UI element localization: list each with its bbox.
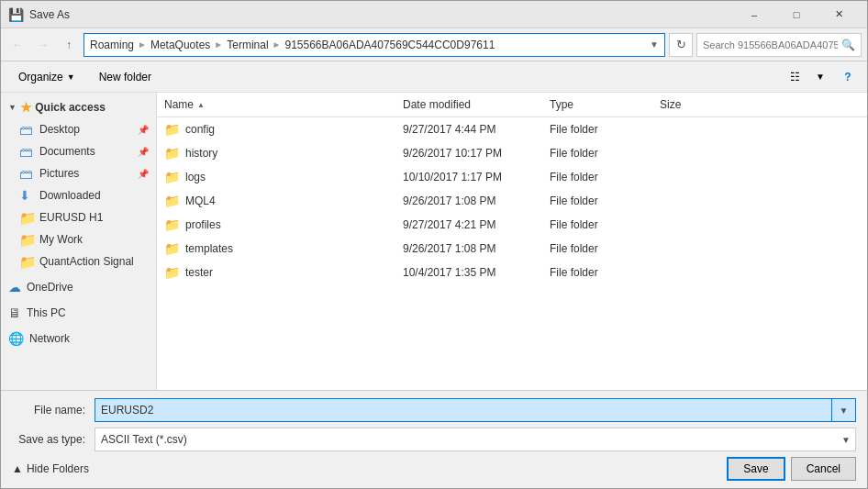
path-segment-roaming[interactable]: Roaming	[90, 39, 134, 51]
path-segment-hash[interactable]: 915566BA06ADA407569C544CC0D97611	[284, 39, 495, 51]
table-row[interactable]: 📁 profiles 9/27/2017 4:21 PM File folder	[157, 213, 867, 237]
sidebar-item-eurusd[interactable]: 📁 EURUSD H1	[1, 206, 156, 228]
toolbar: Organize ▼ New folder ☷ ▼ ?	[1, 61, 867, 93]
saveastype-select[interactable]: ASCII Text (*.csv)	[95, 428, 856, 451]
quick-access-section: ▼ ★ Quick access 🗃 Desktop 📌 🗃 Documents…	[1, 96, 156, 272]
path-segment-terminal[interactable]: Terminal	[227, 39, 268, 51]
folder-icon: 📁	[164, 265, 180, 280]
column-header-date[interactable]: Date modified	[395, 96, 542, 113]
file-name-text: profiles	[185, 218, 221, 231]
file-name-cell: 📁 MQL4	[157, 194, 395, 208]
column-header-type[interactable]: Type	[542, 96, 652, 113]
sidebar-item-network-label: Network	[29, 332, 70, 345]
pictures-folder-icon: 🗃	[19, 166, 34, 181]
sidebar-item-desktop-label: Desktop	[39, 123, 80, 136]
quick-access-chevron-icon: ▼	[8, 103, 17, 112]
minimize-button[interactable]: –	[733, 1, 775, 28]
file-date-cell: 9/27/2017 4:44 PM	[395, 123, 542, 136]
quick-access-header[interactable]: ▼ ★ Quick access	[1, 96, 156, 118]
sort-arrow-name: ▲	[197, 101, 205, 109]
column-type-label: Type	[550, 98, 573, 111]
up-button[interactable]: ↑	[58, 34, 80, 56]
new-folder-button[interactable]: New folder	[89, 65, 161, 89]
folder-icon: 📁	[164, 217, 180, 232]
table-row[interactable]: 📁 templates 9/26/2017 1:08 PM File folde…	[157, 237, 867, 261]
file-list-header: Name ▲ Date modified Type Size	[157, 93, 867, 117]
sidebar-item-desktop[interactable]: 🗃 Desktop 📌	[1, 118, 156, 140]
folder-icon: 📁	[164, 122, 180, 137]
eurusd-folder-icon: 📁	[19, 210, 34, 225]
column-header-size[interactable]: Size	[652, 96, 726, 113]
table-row[interactable]: 📁 MQL4 9/26/2017 1:08 PM File folder	[157, 189, 867, 213]
maximize-button[interactable]: □	[775, 1, 818, 28]
quick-access-star-icon: ★	[20, 100, 32, 115]
cancel-button[interactable]: Cancel	[791, 457, 856, 481]
hide-folders-button[interactable]: ▲ Hide Folders	[12, 462, 89, 475]
hide-folders-label: Hide Folders	[27, 462, 89, 475]
new-folder-label: New folder	[99, 71, 151, 83]
bottom-panel: File name: ▼ Save as type: ASCII Text (*…	[1, 390, 867, 488]
sidebar-item-thispc-label: This PC	[27, 306, 66, 319]
main-content: ▼ ★ Quick access 🗃 Desktop 📌 🗃 Documents…	[1, 93, 867, 390]
hide-folders-area: ▲ Hide Folders	[12, 462, 89, 475]
saveastype-select-wrapper: ASCII Text (*.csv) ▼	[95, 428, 856, 451]
forward-button[interactable]: →	[32, 34, 54, 56]
column-size-label: Size	[660, 98, 681, 111]
sidebar-item-mywork-label: My Work	[39, 233, 83, 246]
file-date-cell: 9/27/2017 4:21 PM	[395, 218, 542, 231]
sidebar-item-downloaded[interactable]: ⬇ Downloaded	[1, 184, 156, 206]
sidebar-item-thispc[interactable]: 🖥 This PC	[1, 302, 156, 324]
sidebar-item-documents-label: Documents	[39, 145, 95, 158]
close-button[interactable]: ✕	[818, 1, 860, 28]
desktop-pin-icon: 📌	[138, 125, 149, 135]
search-input[interactable]	[703, 39, 838, 50]
file-name-cell: 📁 config	[157, 122, 395, 137]
documents-pin-icon: 📌	[138, 147, 149, 157]
organize-button[interactable]: Organize ▼	[8, 65, 85, 89]
sidebar: ▼ ★ Quick access 🗃 Desktop 📌 🗃 Documents…	[1, 93, 157, 390]
file-name-cell: 📁 tester	[157, 265, 395, 280]
sidebar-item-network[interactable]: 🌐 Network	[1, 328, 156, 350]
column-date-label: Date modified	[403, 98, 471, 111]
onedrive-section: ☁ OneDrive	[1, 276, 156, 298]
file-name-cell: 📁 profiles	[157, 217, 395, 232]
view-controls: ☷ ▼	[783, 65, 832, 89]
file-name-cell: 📁 logs	[157, 170, 395, 184]
back-button[interactable]: ←	[6, 34, 28, 56]
search-icon: 🔍	[841, 39, 855, 51]
window-icon: 💾	[8, 7, 24, 22]
file-type-cell: File folder	[542, 171, 652, 183]
network-section: 🌐 Network	[1, 328, 156, 350]
organize-label: Organize	[18, 71, 63, 83]
sidebar-item-documents[interactable]: 🗃 Documents 📌	[1, 140, 156, 162]
file-name-cell: 📁 templates	[157, 241, 395, 256]
table-row[interactable]: 📁 tester 10/4/2017 1:35 PM File folder	[157, 261, 867, 284]
filename-dropdown-arrow[interactable]: ▼	[832, 398, 856, 422]
downloaded-folder-icon: ⬇	[19, 188, 34, 203]
sidebar-item-quantaction[interactable]: 📁 QuantAction Signal	[1, 250, 156, 272]
help-button[interactable]: ?	[836, 65, 860, 89]
table-row[interactable]: 📁 logs 10/10/2017 1:17 PM File folder	[157, 165, 867, 189]
filename-input[interactable]	[95, 398, 832, 422]
sidebar-item-pictures[interactable]: 🗃 Pictures 📌	[1, 162, 156, 184]
folder-icon: 📁	[164, 194, 180, 208]
table-row[interactable]: 📁 history 9/26/2017 10:17 PM File folder	[157, 141, 867, 165]
sidebar-item-onedrive[interactable]: ☁ OneDrive	[1, 276, 156, 298]
title-bar: 💾 Save As – □ ✕	[1, 1, 867, 28]
search-box[interactable]: 🔍	[696, 33, 862, 57]
table-row[interactable]: 📁 config 9/27/2017 4:44 PM File folder	[157, 117, 867, 141]
refresh-button[interactable]: ↻	[669, 33, 693, 57]
column-header-name[interactable]: Name ▲	[157, 96, 395, 113]
path-segment-metaquotes[interactable]: MetaQuotes	[150, 39, 210, 51]
hide-folders-chevron-icon: ▲	[12, 462, 23, 475]
filename-label: File name:	[12, 404, 95, 417]
address-path[interactable]: Roaming ► MetaQuotes ► Terminal ► 915566…	[83, 33, 665, 57]
file-type-cell: File folder	[542, 147, 652, 160]
view-details-button[interactable]: ▼	[808, 65, 832, 89]
file-rows-container: 📁 config 9/27/2017 4:44 PM File folder 📁…	[157, 117, 867, 284]
view-list-button[interactable]: ☷	[783, 65, 807, 89]
sidebar-item-mywork[interactable]: 📁 My Work	[1, 228, 156, 250]
save-button[interactable]: Save	[727, 457, 785, 481]
file-type-cell: File folder	[542, 194, 652, 207]
file-name-text: logs	[185, 171, 206, 183]
